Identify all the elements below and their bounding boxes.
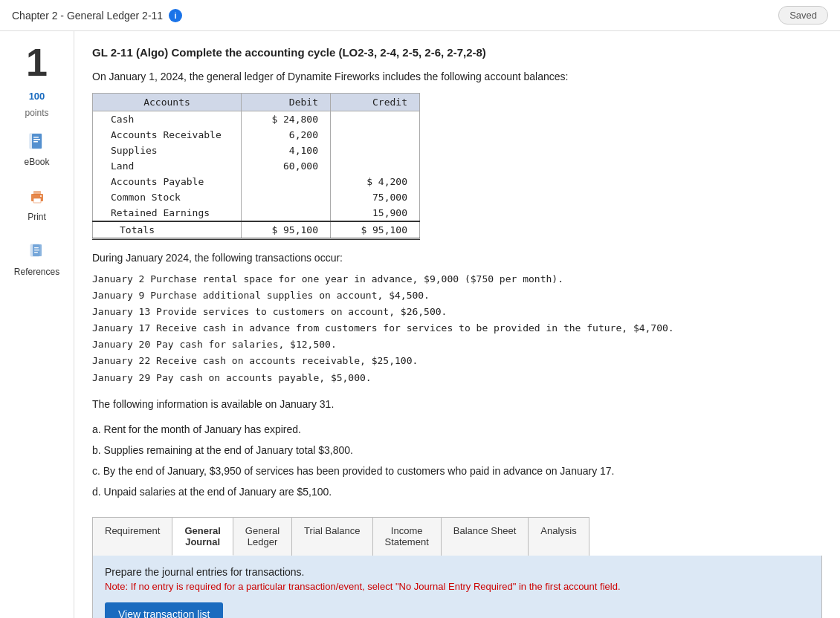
view-transactions-button[interactable]: View transaction list <box>105 602 223 618</box>
account-cell: Accounts Receivable <box>93 127 242 143</box>
credit-cell <box>331 111 420 128</box>
adjustment-item: a. Rent for the month of January has exp… <box>92 419 822 440</box>
table-row: Land60,000 <box>93 158 420 174</box>
credit-cell: 75,000 <box>331 189 420 205</box>
transaction-item: January 20 Pay cash for salaries, $12,50… <box>92 336 822 353</box>
references-icon <box>25 240 49 264</box>
totals-row: Totals$ 95,100$ 95,100 <box>93 221 420 239</box>
debit-cell <box>242 189 331 205</box>
transaction-item: January 17 Receive cash in advance from … <box>92 320 822 336</box>
tab-general-journal[interactable]: General Journal <box>172 517 233 556</box>
transaction-item: January 9 Purchase additional supplies o… <box>92 287 822 304</box>
account-cell: Common Stock <box>93 189 242 205</box>
sidebar: 1 100 points eBook <box>0 31 74 618</box>
adjustment-item: d. Unpaid salaries at the end of January… <box>92 481 822 502</box>
account-cell: Cash <box>93 111 242 128</box>
debit-cell <box>242 174 331 189</box>
table-row: Accounts Payable$ 4,200 <box>93 174 420 189</box>
adjustments-list: a. Rent for the month of January has exp… <box>92 419 822 502</box>
print-button[interactable]: Print <box>7 179 67 228</box>
col-header-debit: Debit <box>242 94 331 111</box>
saved-badge: Saved <box>778 6 828 25</box>
table-row: Cash$ 24,800 <box>93 111 420 128</box>
credit-cell <box>331 127 420 143</box>
tab-income-statement[interactable]: Income Statement <box>372 517 442 556</box>
table-row: Supplies4,100 <box>93 143 420 158</box>
tab-panel: Prepare the journal entries for transact… <box>92 556 822 618</box>
debit-cell: $ 24,800 <box>242 111 331 128</box>
ebook-label: eBook <box>24 157 49 167</box>
transactions-intro: During January 2024, the following trans… <box>92 252 822 264</box>
tab-balance-sheet[interactable]: Balance Sheet <box>441 517 529 556</box>
col-header-credit: Credit <box>331 94 420 111</box>
question-number: 1 <box>26 43 48 82</box>
transaction-item: January 13 Provide services to customers… <box>92 304 822 320</box>
tab-trial-balance[interactable]: Trial Balance <box>291 517 372 556</box>
page-title: Chapter 2 - General Ledger 2-11 i <box>12 9 182 22</box>
credit-cell: 15,900 <box>331 205 420 221</box>
debit-cell <box>242 205 331 221</box>
col-header-accounts: Accounts <box>93 94 242 111</box>
top-bar: Chapter 2 - General Ledger 2-11 i Saved <box>0 0 840 31</box>
table-row: Common Stock75,000 <box>93 189 420 205</box>
problem-title: GL 2-11 (Algo) Complete the accounting c… <box>92 46 822 59</box>
account-cell: Land <box>93 158 242 174</box>
tab-note: Note: If no entry is required for a part… <box>105 581 810 592</box>
svg-rect-7 <box>33 198 41 203</box>
account-cell: Supplies <box>93 143 242 158</box>
tab-instruction: Prepare the journal entries for transact… <box>105 566 810 578</box>
points-label: points <box>25 108 48 118</box>
ebook-icon <box>25 130 49 154</box>
account-cell: Accounts Payable <box>93 174 242 189</box>
references-label: References <box>14 267 59 277</box>
svg-rect-6 <box>33 191 41 195</box>
info-icon[interactable]: i <box>169 9 182 22</box>
transactions-list: January 2 Purchase rental space for one … <box>92 271 822 386</box>
tab-general-ledger[interactable]: General Ledger <box>233 517 292 556</box>
svg-rect-13 <box>34 252 38 253</box>
intro-text: On January 1, 2024, the general ledger o… <box>92 71 822 82</box>
table-row: Accounts Receivable6,200 <box>93 127 420 143</box>
table-row: Retained Earnings15,900 <box>93 205 420 221</box>
svg-rect-11 <box>34 247 39 248</box>
adjustment-item: b. Supplies remaining at the end of Janu… <box>92 440 822 461</box>
transaction-item: January 29 Pay cash on accounts payable,… <box>92 370 822 386</box>
content-area: GL 2-11 (Algo) Complete the accounting c… <box>74 31 840 618</box>
ebook-button[interactable]: eBook <box>7 124 67 173</box>
adjustment-item: c. By the end of January, $3,950 of serv… <box>92 461 822 481</box>
svg-rect-12 <box>34 250 39 250</box>
credit-cell <box>331 158 420 174</box>
tab-requirement[interactable]: Requirement <box>92 517 172 556</box>
credit-cell <box>331 143 420 158</box>
main-layout: 1 100 points eBook <box>0 31 840 618</box>
print-label: Print <box>28 212 46 222</box>
references-button[interactable]: References <box>7 234 67 283</box>
transaction-item: January 2 Purchase rental space for one … <box>92 271 822 287</box>
chapter-title: Chapter 2 - General Ledger 2-11 <box>12 10 163 22</box>
svg-rect-3 <box>33 139 40 140</box>
tab-analysis[interactable]: Analysis <box>528 517 589 556</box>
print-icon <box>25 185 49 209</box>
svg-point-8 <box>40 195 42 197</box>
transaction-item: January 22 Receive cash on accounts rece… <box>92 353 822 369</box>
debit-cell: 6,200 <box>242 127 331 143</box>
debit-cell: 60,000 <box>242 158 331 174</box>
debit-cell: 4,100 <box>242 143 331 158</box>
credit-cell: $ 4,200 <box>331 174 420 189</box>
info-text: The following information is available o… <box>92 398 822 410</box>
account-cell: Retained Earnings <box>93 205 242 221</box>
svg-rect-4 <box>33 141 38 143</box>
balances-table: Accounts Debit Credit Cash$ 24,800Accoun… <box>92 93 420 240</box>
tabs-container: RequirementGeneral JournalGeneral Ledger… <box>92 517 822 556</box>
points-value: 100 <box>29 91 45 102</box>
svg-rect-2 <box>33 137 39 138</box>
